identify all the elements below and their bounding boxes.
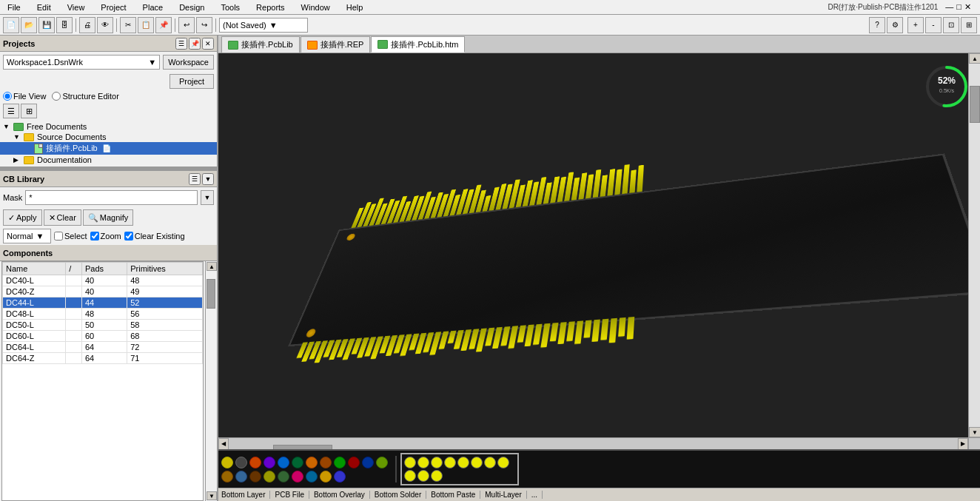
layer-dot-11[interactable] [362,457,374,468]
table-row[interactable]: DC50-L5058 [3,320,203,331]
workspace-dropdown[interactable]: Workspace1.DsnWrk ▼ [3,55,160,70]
layer-dot-4[interactable] [264,457,275,468]
cut-btn[interactable]: ✂ [120,17,136,33]
open-btn[interactable]: 📂 [21,17,37,33]
scroll-thumb-h[interactable] [273,445,332,450]
magnify-button[interactable]: 🔍 Magnify [83,209,134,226]
layer-dot-9[interactable] [334,457,346,468]
menu-item-project[interactable]: Project [96,3,130,12]
panel-pin-btn[interactable]: 📌 [189,38,201,50]
scroll-left-arrow[interactable]: ◀ [218,438,229,450]
project-button[interactable]: Project [170,74,214,89]
menu-item-help[interactable]: Help [342,3,368,12]
zoom-checkbox[interactable] [90,232,99,241]
layer-sel-9[interactable] [404,470,416,482]
table-row[interactable]: DC64-Z6471 [3,353,203,364]
layer-dot-14[interactable] [235,471,247,482]
layer-dot-8[interactable] [320,457,332,468]
table-row[interactable]: DC48-L4856 [3,309,203,320]
select-checkbox-label[interactable]: Select [54,232,87,241]
menu-item-view[interactable]: View [63,3,90,12]
layer-dot-10[interactable] [348,457,360,468]
layer-dot-20[interactable] [320,471,332,482]
scroll-down-btn[interactable]: ▼ [207,491,217,500]
apply-button[interactable]: ✓ Apply [3,209,42,226]
menu-item-reports[interactable]: Reports [252,3,289,12]
structure-editor-radio[interactable]: Structure Editor [52,92,118,101]
table-row[interactable]: DC64-L6472 [3,342,203,353]
layer-dot-17[interactable] [278,471,289,482]
table-row[interactable]: DC40-L4048 [3,275,203,286]
scroll-thumb-v[interactable] [970,86,980,123]
table-row[interactable]: DC60-L6068 [3,331,203,342]
view-icon-btn2[interactable]: ⊞ [21,104,37,118]
scroll-down-arrow[interactable]: ▼ [969,427,980,437]
menu-item-tools[interactable]: Tools [216,3,244,12]
layer-dot-21[interactable] [334,471,346,482]
layer-dot-3[interactable] [249,457,261,468]
save-btn[interactable]: 💾 [38,17,55,33]
menu-item-design[interactable]: Design [175,3,209,12]
scroll-track-v[interactable] [969,64,980,427]
viewport-scrollbar-v[interactable]: ▲ ▼ [968,53,980,437]
layer-dot-12[interactable] [376,457,388,468]
layer-sel-2[interactable] [417,457,429,468]
layer-dot-2[interactable] [235,457,247,468]
settings-toolbar-btn[interactable]: ⚙ [887,17,903,33]
restore-btn[interactable]: □ [956,2,961,12]
layer-sel-4[interactable] [444,457,456,468]
zoom-checkbox-label[interactable]: Zoom [90,232,121,241]
new-btn[interactable]: 📄 [3,17,19,33]
clear-existing-checkbox[interactable] [124,232,133,241]
fit-btn[interactable]: ⊡ [943,17,959,33]
print-btn[interactable]: 🖨 [79,17,95,33]
paste-btn[interactable]: 📌 [155,17,172,33]
tree-free-documents[interactable]: ▼ Free Documents [0,121,217,132]
mask-input[interactable] [25,190,198,205]
clear-existing-checkbox-label[interactable]: Clear Existing [124,232,185,241]
layer-dot-15[interactable] [249,471,261,482]
undo-btn[interactable]: ↩ [178,17,195,33]
table-row[interactable]: DC40-Z4049 [3,286,203,297]
menu-item-window[interactable]: Window [297,3,335,12]
layer-sel-3[interactable] [431,457,443,468]
tree-documentation[interactable]: ▶ Documentation [0,155,217,165]
view-icon-btn1[interactable]: ☰ [3,104,19,118]
layer-sel-5[interactable] [457,457,469,468]
workspace-button[interactable]: Workspace [163,55,214,70]
layer-dot-5[interactable] [278,457,289,468]
layer-dot-1[interactable] [221,457,233,468]
select-checkbox[interactable] [54,232,63,241]
table-row[interactable]: DC44-L4452 [3,297,203,309]
tab-pcblib[interactable]: 接插件.PcbLib [221,36,300,53]
redo-btn[interactable]: ↪ [196,17,212,33]
layer-sel-8[interactable] [497,457,509,468]
components-table-container[interactable]: Name / Pads Primitives DC40-L4048DC40-Z4… [1,261,204,501]
table-scrollbar[interactable]: ▲ ▼ [205,261,217,501]
copy-btn[interactable]: 📋 [138,17,154,33]
scroll-right-arrow[interactable]: ▶ [958,438,968,450]
close-btn[interactable]: ✕ [964,2,971,12]
zoom-in-btn[interactable]: + [907,17,924,33]
minimize-btn[interactable]: — [945,2,953,12]
save-all-btn[interactable]: 🗄 [56,17,73,33]
layer-sel-6[interactable] [471,457,483,468]
layer-sel-7[interactable] [484,457,496,468]
scroll-track[interactable] [206,272,217,491]
scroll-up-arrow[interactable]: ▲ [969,53,980,64]
scroll-thumb-v[interactable] [207,279,215,309]
tab-rep[interactable]: 接插件.REP [301,36,371,53]
panel-menu-btn[interactable]: ☰ [175,38,187,50]
clear-button[interactable]: ✕ Clear [44,209,81,226]
panel-close-btn[interactable]: ✕ [202,38,214,50]
tree-active-file[interactable]: 接插件.PcbLib 📄 [0,142,217,155]
layer-sel-1[interactable] [404,457,416,468]
layer-dot-6[interactable] [292,457,303,468]
menu-item-file[interactable]: File [3,3,25,12]
menu-item-edit[interactable]: Edit [33,3,56,12]
layer-dot-16[interactable] [264,471,275,482]
menu-item-place[interactable]: Place [138,3,168,12]
layer-dot-18[interactable] [292,471,303,482]
cblibrary-close-btn[interactable]: ▼ [202,173,214,185]
not-saved-dropdown[interactable]: (Not Saved) ▼ [219,18,308,33]
